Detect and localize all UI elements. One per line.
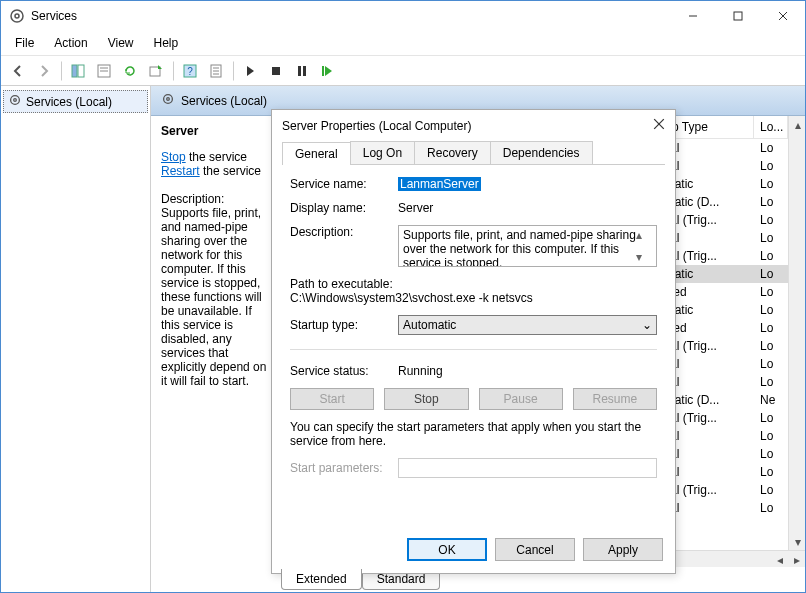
path-value: C:\Windows\system32\svchost.exe -k netsv… (290, 291, 657, 305)
scroll-right-icon[interactable]: ▸ (788, 551, 805, 568)
description-value: Supports file, print, and named-pipe sha… (403, 228, 636, 264)
svg-rect-18 (272, 67, 280, 75)
start-params-hint: You can specify the start parameters tha… (290, 420, 657, 448)
description-body: Supports file, print, and named-pipe sha… (161, 206, 271, 388)
cell-logon: Lo (754, 193, 788, 211)
window-title: Services (31, 9, 670, 23)
maximize-button[interactable] (715, 2, 760, 30)
display-name-label: Display name: (290, 201, 390, 215)
close-button[interactable] (760, 2, 805, 30)
display-name-value: Server (398, 201, 657, 215)
svg-rect-7 (78, 65, 84, 77)
tab-recovery[interactable]: Recovery (414, 141, 491, 164)
svg-point-25 (167, 98, 170, 101)
window-buttons (670, 2, 805, 30)
vertical-scrollbar[interactable]: ▴ ▾ (788, 116, 805, 550)
tree-root-services-local[interactable]: Services (Local) (3, 90, 148, 113)
scroll-left-icon[interactable]: ◂ (771, 551, 788, 568)
stop-button[interactable]: Stop (384, 388, 468, 410)
svg-point-1 (15, 14, 19, 18)
pause-button[interactable]: Pause (479, 388, 563, 410)
description-textbox[interactable]: Supports file, print, and named-pipe sha… (398, 225, 657, 267)
show-hide-tree-button[interactable] (66, 59, 90, 83)
scroll-down-icon[interactable]: ▾ (636, 250, 652, 264)
menu-action[interactable]: Action (44, 33, 97, 53)
startup-type-value: Automatic (403, 318, 456, 332)
menu-help[interactable]: Help (144, 33, 189, 53)
dialog-close-button[interactable] (653, 118, 665, 133)
toolbar-separator (172, 61, 174, 81)
stop-link[interactable]: Stop (161, 150, 186, 164)
service-name-label: Service name: (290, 177, 390, 191)
restart-icon[interactable] (316, 59, 340, 83)
refresh-button[interactable] (118, 59, 142, 83)
startup-type-combo[interactable]: Automatic ⌄ (398, 315, 657, 335)
scroll-up-icon[interactable]: ▴ (636, 228, 652, 242)
cell-logon: Lo (754, 409, 788, 427)
path-label: Path to executable: (290, 277, 657, 291)
cell-logon: Lo (754, 247, 788, 265)
menu-file[interactable]: File (5, 33, 44, 53)
svg-rect-21 (322, 66, 324, 76)
selected-service-name: Server (161, 124, 271, 138)
service-name-value[interactable]: LanmanServer (398, 177, 481, 191)
tab-logon[interactable]: Log On (350, 141, 415, 164)
cell-logon: Lo (754, 481, 788, 499)
scroll-down-icon[interactable]: ▾ (789, 533, 806, 550)
cell-logon: Lo (754, 175, 788, 193)
start-params-input[interactable] (398, 458, 657, 478)
properties-dialog: Server Properties (Local Computer) Gener… (271, 109, 676, 574)
cell-logon: Lo (754, 229, 788, 247)
tree-pane: Services (Local) (1, 86, 151, 592)
description-label: Description: (161, 192, 271, 206)
dialog-title: Server Properties (Local Computer) (282, 119, 653, 133)
cell-logon: Lo (754, 265, 788, 283)
restart-link[interactable]: Restart (161, 164, 200, 178)
svg-point-0 (11, 10, 23, 22)
properties-button[interactable] (92, 59, 116, 83)
svg-text:?: ? (187, 66, 193, 77)
gear-icon (8, 93, 22, 110)
cell-logon: Lo (754, 301, 788, 319)
cell-logon: Lo (754, 445, 788, 463)
minimize-button[interactable] (670, 2, 715, 30)
scroll-up-icon[interactable]: ▴ (789, 116, 806, 133)
stop-icon[interactable] (264, 59, 288, 83)
help-button[interactable]: ? (178, 59, 202, 83)
tab-dependencies[interactable]: Dependencies (490, 141, 593, 164)
forward-button[interactable] (32, 59, 56, 83)
cell-logon: Lo (754, 355, 788, 373)
properties-icon[interactable] (204, 59, 228, 83)
service-status-label: Service status: (290, 364, 390, 378)
col-logon-as[interactable]: Lo... (754, 116, 788, 138)
content-header-label: Services (Local) (181, 94, 267, 108)
description-column: Server Stop the service Restart the serv… (151, 116, 281, 567)
service-action-stop: Stop the service (161, 150, 271, 164)
play-icon[interactable] (238, 59, 262, 83)
cell-logon: Lo (754, 337, 788, 355)
svg-point-22 (11, 96, 20, 105)
ok-button[interactable]: OK (407, 538, 487, 561)
apply-button[interactable]: Apply (583, 538, 663, 561)
tab-general[interactable]: General (282, 142, 351, 165)
cell-logon: Lo (754, 427, 788, 445)
tree-root-label: Services (Local) (26, 95, 112, 109)
cell-logon: Lo (754, 319, 788, 337)
svg-rect-20 (303, 66, 306, 76)
description-label: Description: (290, 225, 390, 239)
cell-logon: Lo (754, 157, 788, 175)
tab-extended[interactable]: Extended (281, 569, 362, 590)
pause-icon[interactable] (290, 59, 314, 83)
back-button[interactable] (6, 59, 30, 83)
dialog-titlebar: Server Properties (Local Computer) (272, 110, 675, 141)
startup-type-label: Startup type: (290, 318, 390, 332)
export-list-button[interactable] (144, 59, 168, 83)
start-button[interactable]: Start (290, 388, 374, 410)
resume-button[interactable]: Resume (573, 388, 657, 410)
service-status-value: Running (398, 364, 657, 378)
chevron-down-icon: ⌄ (642, 318, 652, 332)
gear-icon (161, 92, 175, 109)
cancel-button[interactable]: Cancel (495, 538, 575, 561)
menu-view[interactable]: View (98, 33, 144, 53)
svg-point-23 (14, 99, 17, 102)
